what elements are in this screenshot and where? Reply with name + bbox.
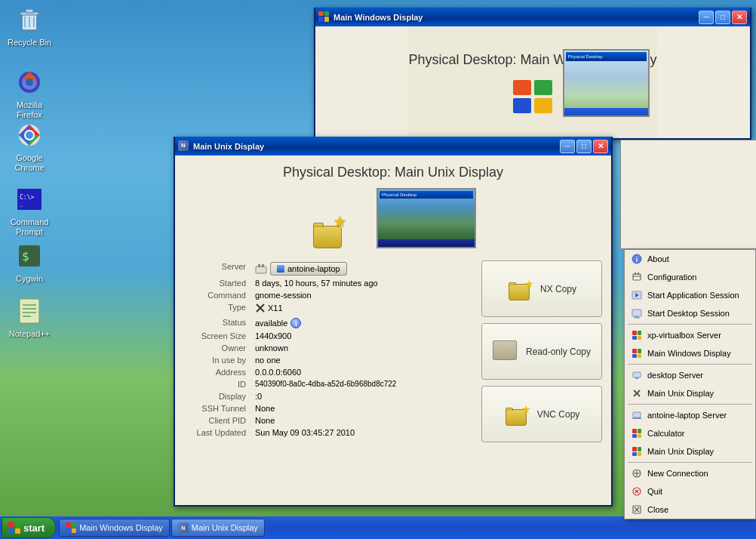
server-plug-icon — [255, 263, 267, 275]
ctx-item-main-unix-display[interactable]: Main Unix Display — [625, 384, 755, 402]
svg-text:C:\>: C:\> — [20, 194, 34, 201]
x11-icon — [255, 303, 266, 313]
desktop-icon-cygwin[interactable]: $ Cygwin — [2, 238, 57, 287]
ctx-item-xp-virtualbox[interactable]: xp-virtualbox Server — [625, 326, 755, 344]
recycle-bin-icon — [14, 5, 45, 35]
ctx-quit-label: Quit — [647, 487, 662, 496]
close-button-unix[interactable]: ✕ — [593, 140, 608, 153]
info-row-started: Started 8 days, 10 hours, 57 minutes ago — [184, 277, 474, 289]
minimize-button-main-windows[interactable]: ─ — [699, 11, 714, 24]
screen-size-value: 1440x900 — [252, 330, 474, 342]
desktop-icon-notepad[interactable]: Notepad++ — [2, 293, 57, 342]
content-main-windows: Physical Desktop: Main Windows Display P… — [315, 26, 750, 138]
owner-value: unknown — [252, 342, 474, 354]
ctx-item-configuration[interactable]: Configuration — [625, 268, 755, 286]
nx-copy-button[interactable]: ★ NX Copy — [481, 260, 602, 317]
server-value: antoine-laptop — [252, 260, 474, 277]
ctx-item-calculator[interactable]: Calculator — [625, 424, 755, 442]
svg-rect-29 — [633, 274, 641, 280]
firefox-icon — [14, 67, 45, 97]
server-label: Server — [184, 260, 252, 277]
window-controls-unix: ─ □ ✕ — [560, 140, 608, 153]
info-row-address: Address 0.0.0.0:6060 — [184, 366, 474, 378]
content-unix: Physical Desktop: Main Unix Display ★ Ph… — [175, 156, 611, 505]
command-label: Command — [184, 289, 252, 301]
unix-screenshot-thumb: Physical Desktop — [376, 188, 476, 248]
chrome-icon — [14, 120, 45, 150]
info-row-display: Display :0 — [184, 390, 474, 402]
ctx-separator-4 — [628, 462, 752, 463]
ctx-unix-x-icon2 — [631, 445, 643, 457]
desktop-icon-recycle-bin[interactable]: Recycle Bin — [2, 2, 57, 51]
server-button[interactable]: antoine-laptop — [270, 262, 347, 276]
readonly-copy-button[interactable]: Read-only Copy — [481, 323, 602, 380]
ctx-start-desktop-label: Start Desktop Session — [647, 309, 730, 318]
readonly-copy-icon — [493, 340, 520, 363]
ctx-new-connection-label: New Connection — [647, 469, 708, 478]
ctx-main-windows-display-label: Main Windows Display — [647, 349, 731, 358]
cygwin-label: Cygwin — [16, 274, 43, 284]
display-label: Display — [184, 390, 252, 402]
maximize-button-main-windows[interactable]: □ — [715, 11, 730, 24]
unix-info-section: Server antoine-laptop — [184, 260, 474, 505]
window-main-windows-display: Main Windows Display ─ □ ✕ Physical Desk… — [314, 8, 751, 140]
maximize-button-unix[interactable]: □ — [576, 140, 592, 153]
last-updated-label: Last Updated — [184, 427, 252, 439]
ctx-item-desktop-server[interactable]: desktop Server — [625, 366, 755, 384]
type-label: Type — [184, 301, 252, 316]
taskbar: start Main Windows Display N Main Unix D… — [0, 516, 756, 539]
close-button-main-windows[interactable]: ✕ — [732, 11, 747, 24]
taskbar-item-main-unix[interactable]: N Main Unix Display — [171, 519, 265, 537]
titlebar-unix[interactable]: N Main Unix Display ─ □ ✕ — [175, 137, 611, 156]
desktop-icon-cmd[interactable]: C:\> _ Command Prompt — [2, 181, 57, 240]
cmd-icon: C:\> _ — [14, 184, 45, 214]
vnc-copy-button[interactable]: ★ VNC Copy — [481, 386, 602, 442]
svg-point-11 — [26, 131, 33, 139]
vnc-copy-label: VNC Copy — [537, 409, 580, 420]
calculator-icon — [631, 427, 643, 439]
ctx-item-main-windows-display[interactable]: Main Windows Display — [625, 344, 755, 362]
window-icon-main-windows — [318, 11, 330, 23]
type-value: X11 — [252, 301, 474, 316]
minimize-button-unix[interactable]: ─ — [560, 140, 575, 153]
svg-rect-24 — [262, 264, 264, 267]
status-available: available i — [255, 318, 471, 328]
ctx-unix-x-icon — [631, 387, 643, 399]
readonly-copy-label: Read-only Copy — [526, 346, 591, 357]
screen-size-label: Screen Size — [184, 330, 252, 342]
last-updated-value: Sun May 09 03:45:27 2010 — [252, 427, 474, 439]
ctx-item-new-connection[interactable]: New Connection — [625, 464, 755, 482]
svg-rect-42 — [633, 412, 641, 417]
ctx-separator-3 — [628, 404, 752, 405]
start-button[interactable]: start — [2, 517, 56, 538]
taskbar-main-unix-label: Main Unix Display — [192, 523, 258, 532]
titlebar-main-windows[interactable]: Main Windows Display ─ □ ✕ — [315, 8, 750, 26]
windows-thumbnail: Physical Desktop — [563, 49, 650, 117]
svg-rect-38 — [633, 372, 641, 377]
recycle-bin-label: Recycle Bin — [8, 38, 51, 48]
info-row-last-updated: Last Updated Sun May 09 03:45:27 2010 — [184, 427, 474, 439]
ctx-item-about[interactable]: i About — [625, 250, 755, 268]
copy-buttons-section: ★ NX Copy Read-only Copy ★ V — [481, 260, 602, 505]
ctx-antoine-laptop-label: antoine-laptop Server — [647, 411, 727, 420]
taskbar-items: Main Windows Display N Main Unix Display — [59, 519, 756, 537]
nx-copy-label: NX Copy — [540, 284, 576, 294]
ctx-item-start-app-session[interactable]: Start Application Session — [625, 286, 755, 304]
started-value: 8 days, 10 hours, 57 minutes ago — [252, 277, 474, 289]
taskbar-item-main-windows[interactable]: Main Windows Display — [59, 519, 170, 537]
ctx-item-antoine-laptop[interactable]: antoine-laptop Server — [625, 406, 755, 424]
start-windows-logo — [8, 522, 20, 534]
ctx-item-start-desktop-session[interactable]: Start Desktop Session — [625, 304, 755, 322]
ctx-start-app-label: Start Application Session — [647, 291, 739, 300]
ctx-item-quit[interactable]: Quit — [625, 482, 755, 500]
ctx-configuration-label: Configuration — [647, 273, 696, 282]
ctx-item-close[interactable]: Close — [625, 500, 755, 519]
desktop-icon-chrome[interactable]: Google Chrome — [2, 117, 57, 176]
ssh-tunnel-value: None — [252, 402, 474, 414]
info-row-server: Server antoine-laptop — [184, 260, 474, 277]
window-title-unix: Main Unix Display — [193, 142, 557, 151]
ctx-item-main-unix-display2[interactable]: Main Unix Display — [625, 442, 755, 460]
info-row-ssh-tunnel: SSH Tunnel None — [184, 402, 474, 414]
client-pid-label: Client PID — [184, 414, 252, 427]
desktop-icon-firefox[interactable]: Mozilla Firefox — [2, 64, 57, 123]
